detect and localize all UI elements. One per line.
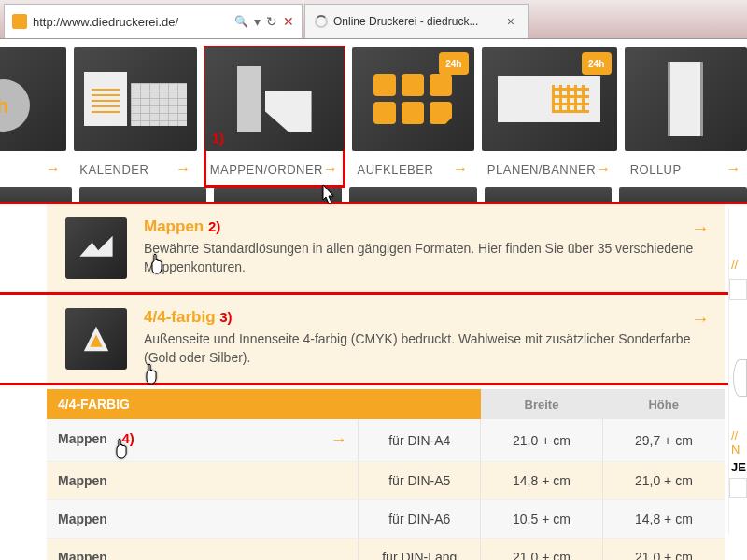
promo-44farbig[interactable]: 4/4-farbig 3) Außenseite und Innenseite … <box>47 295 725 383</box>
format-cell: für DIN-A4 <box>359 419 481 462</box>
category-thumb-icon: 24h <box>352 47 474 151</box>
dropdown-icon[interactable]: ▾ <box>254 14 261 29</box>
tab-close-button[interactable]: × <box>503 14 518 29</box>
search-icon[interactable]: 🔍 <box>234 15 248 28</box>
stop-icon[interactable]: ✕ <box>283 14 294 29</box>
table-title: 4/4-FARBIG <box>47 389 481 419</box>
table-row[interactable]: Mappenfür DIN-Lang21,0 + cm21,0 + cm <box>47 539 725 561</box>
favicon-icon <box>12 14 27 29</box>
step-1-marker: 1) <box>212 130 224 146</box>
category-thumb-icon <box>625 47 747 151</box>
category-nav-row2 <box>0 187 747 202</box>
badge-24h-icon: 24h <box>582 52 612 75</box>
height-cell: 29,7 + cm <box>602 419 725 462</box>
arrow-right-icon: → <box>453 161 469 177</box>
col-height: Höhe <box>602 389 725 419</box>
sidebar-partial: // // N JE <box>728 207 747 534</box>
table-header: 4/4-FARBIG Breite Höhe <box>47 389 725 419</box>
product-name: Mappen <box>58 431 107 446</box>
promo-mappen[interactable]: Mappen 2) Bewährte Standardlösungen in a… <box>47 204 725 292</box>
category-thumb-icon <box>74 47 196 151</box>
category-label: MAPPEN/ORDNER <box>210 162 323 176</box>
arrow-right-icon: → <box>46 161 62 177</box>
browser-tab[interactable]: Online Druckerei - diedruck... × <box>304 4 529 38</box>
format-cell: für DIN-A6 <box>359 500 481 539</box>
address-bar[interactable]: http://www.diedruckerei.de/ 🔍 ▾ ↻ ✕ <box>4 4 303 38</box>
arrow-right-icon: → <box>323 161 339 177</box>
table-row[interactable]: Mappen 4)→für DIN-A421,0 + cm29,7 + cm <box>47 419 725 462</box>
height-cell: 21,0 + cm <box>602 462 725 500</box>
arrow-right-icon: → <box>691 217 710 239</box>
promo-title: Mappen <box>144 217 204 235</box>
browser-bar: http://www.diedruckerei.de/ 🔍 ▾ ↻ ✕ Onli… <box>0 0 747 39</box>
category-thumb-icon: 1) <box>204 47 345 151</box>
promo-description: Bewährte Standardlösungen in allen gängi… <box>144 240 706 276</box>
width-cell: 14,8 + cm <box>481 462 603 500</box>
refresh-icon[interactable]: ↻ <box>266 14 277 29</box>
divider <box>0 383 747 385</box>
url-text: http://www.diedruckerei.de/ <box>33 15 234 29</box>
product-name: Mappen <box>58 511 107 526</box>
mappen-icon <box>65 217 127 279</box>
product-name: Mappen <box>58 550 107 560</box>
step-2-marker: 2) <box>208 218 220 234</box>
category-label: PLANEN/BANNER <box>487 162 596 176</box>
category-label: ROLLUP <box>630 162 682 176</box>
category-label: AUFKLEBER <box>358 162 434 176</box>
loading-spinner-icon <box>315 15 328 28</box>
category-card-ruck[interactable]: RUCK→ <box>0 47 66 187</box>
category-card-mappenordner[interactable]: 1)MAPPEN/ORDNER→ <box>204 47 345 187</box>
category-thumb-icon <box>0 47 66 151</box>
table-row[interactable]: Mappenfür DIN-A514,8 + cm21,0 + cm <box>47 462 725 500</box>
table-row[interactable]: Mappenfür DIN-A610,5 + cm14,8 + cm <box>47 500 725 539</box>
tab-title: Online Druckerei - diedruck... <box>333 15 503 28</box>
format-cell: für DIN-Lang <box>359 539 481 561</box>
badge-24h-icon: 24h <box>439 52 469 75</box>
arrow-right-icon: → <box>726 161 741 177</box>
step-4-marker: 4) <box>121 430 134 446</box>
width-cell: 10,5 + cm <box>481 500 603 539</box>
arrow-right-icon: → <box>596 161 612 177</box>
arrow-right-icon: → <box>330 430 346 450</box>
height-cell: 21,0 + cm <box>602 539 725 561</box>
width-cell: 21,0 + cm <box>481 539 603 561</box>
product-name: Mappen <box>58 473 107 488</box>
category-card-rollup[interactable]: ROLLUP→ <box>625 47 747 187</box>
promo-description: Außenseite und Innenseite 4-farbig (CMYK… <box>144 330 706 367</box>
farbig-icon <box>65 308 127 370</box>
category-nav: RUCK→KALENDER→1)MAPPEN/ORDNER→24hAUFKLEB… <box>0 39 747 187</box>
promo-title: 4/4-farbig <box>144 308 216 326</box>
height-cell: 14,8 + cm <box>602 500 725 539</box>
step-3-marker: 3) <box>219 309 232 325</box>
format-cell: für DIN-A5 <box>359 462 481 500</box>
product-table: 4/4-FARBIG Breite Höhe Mappen 4)→für DIN… <box>47 389 725 560</box>
arrow-right-icon: → <box>176 161 191 177</box>
category-label: KALENDER <box>79 162 148 176</box>
arrow-right-icon: → <box>691 308 710 329</box>
col-width: Breite <box>481 389 603 419</box>
category-card-aufkleber[interactable]: 24hAUFKLEBER→ <box>352 47 474 187</box>
width-cell: 21,0 + cm <box>481 419 603 462</box>
category-thumb-icon: 24h <box>482 47 617 151</box>
category-card-planenbanner[interactable]: 24hPLANEN/BANNER→ <box>482 47 617 187</box>
category-card-kalender[interactable]: KALENDER→ <box>74 47 196 187</box>
